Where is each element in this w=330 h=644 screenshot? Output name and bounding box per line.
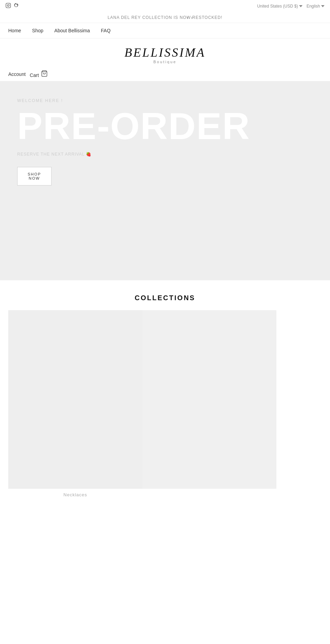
prev-announcement-button[interactable]: ‹ bbox=[187, 15, 188, 20]
language-selector[interactable]: English bbox=[307, 4, 324, 9]
cart-link[interactable]: Cart bbox=[30, 70, 48, 78]
logo-sub-text: Boutique bbox=[153, 60, 176, 64]
shop-now-button[interactable]: SHOPNOW bbox=[17, 167, 52, 185]
collections-section: COLLECTIONS Necklaces bbox=[0, 280, 330, 512]
top-row: United States (USD $) English bbox=[0, 0, 330, 12]
hero-section: WELCOME HERE ! PRE-ORDER RESERVE THE NEX… bbox=[0, 81, 330, 280]
collections-grid: Necklaces bbox=[8, 310, 322, 504]
hero-subtitle: WELCOME HERE ! bbox=[17, 98, 313, 103]
nav-shop[interactable]: Shop bbox=[32, 28, 43, 33]
instagram-icon[interactable] bbox=[6, 3, 11, 10]
country-selector[interactable]: United States (USD $) bbox=[257, 4, 302, 9]
svg-point-2 bbox=[9, 4, 10, 4]
announcement-arrows: ‹ › bbox=[187, 15, 192, 20]
social-icons bbox=[6, 3, 19, 10]
collection-card-necklaces[interactable]: Necklaces bbox=[8, 310, 142, 504]
next-announcement-button[interactable]: › bbox=[191, 15, 192, 20]
collection-image-necklaces bbox=[8, 310, 142, 489]
top-section: United States (USD $) English LANA DEL R… bbox=[0, 0, 330, 23]
cart-icon bbox=[41, 72, 48, 78]
locale-bar: United States (USD $) English bbox=[257, 4, 324, 9]
account-link[interactable]: Account bbox=[8, 71, 26, 77]
hero-title: PRE-ORDER bbox=[17, 107, 313, 145]
collection-label-second bbox=[142, 489, 276, 499]
tiktok-icon[interactable] bbox=[14, 3, 19, 10]
account-cart-bar: Account Cart bbox=[0, 67, 330, 81]
collection-image-second bbox=[142, 310, 276, 489]
hero-description: RESERVE THE NEXT ARRIVAL 🍓 bbox=[17, 152, 313, 157]
logo-main-text: BELLISSIMA bbox=[124, 45, 206, 60]
announcement-text: LANA DEL REY COLLECTION IS NOW RESTOCKED… bbox=[6, 15, 324, 20]
svg-rect-0 bbox=[6, 3, 10, 8]
collections-title: COLLECTIONS bbox=[8, 294, 322, 302]
collection-label-necklaces: Necklaces bbox=[8, 489, 142, 504]
announcement-bar: LANA DEL REY COLLECTION IS NOW RESTOCKED… bbox=[0, 12, 330, 23]
nav-home[interactable]: Home bbox=[8, 28, 21, 33]
navigation: Home Shop About Bellissima FAQ bbox=[0, 23, 330, 38]
nav-about[interactable]: About Bellissima bbox=[54, 28, 90, 33]
cart-label: Cart bbox=[30, 72, 39, 78]
collection-card-second[interactable] bbox=[142, 310, 276, 504]
logo-area: BELLISSIMA Boutique bbox=[0, 38, 330, 67]
nav-faq[interactable]: FAQ bbox=[101, 28, 111, 33]
country-label: United States (USD $) bbox=[257, 4, 298, 9]
svg-point-1 bbox=[7, 4, 9, 6]
language-label: English bbox=[307, 4, 320, 9]
